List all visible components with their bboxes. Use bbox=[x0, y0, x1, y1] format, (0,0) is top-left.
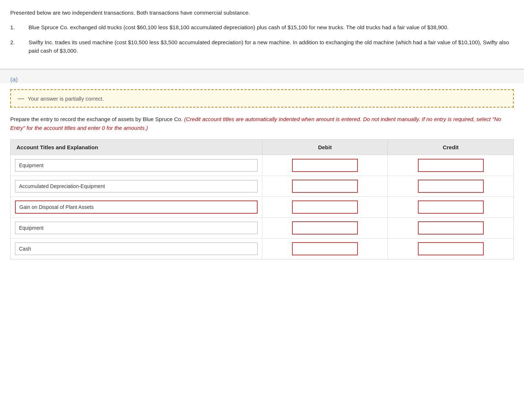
journal-table: Account Titles and Explanation Debit Cre… bbox=[10, 139, 514, 259]
account-input-0[interactable] bbox=[15, 159, 258, 172]
account-cell-1 bbox=[11, 176, 262, 196]
debit-cell-3 bbox=[262, 217, 388, 238]
debit-cell-0 bbox=[262, 155, 388, 176]
account-input-4[interactable] bbox=[15, 243, 258, 255]
header-debit: Debit bbox=[262, 139, 388, 155]
account-cell-2 bbox=[11, 196, 262, 217]
transaction-item-2: 2. Swifty Inc. trades its used machine (… bbox=[10, 38, 514, 55]
partial-correct-text: Your answer is partially correct. bbox=[28, 95, 104, 102]
table-row bbox=[11, 238, 514, 259]
header-account: Account Titles and Explanation bbox=[11, 139, 262, 155]
minus-icon: — bbox=[18, 95, 24, 102]
credit-cell-2 bbox=[388, 196, 514, 217]
debit-input-2[interactable] bbox=[292, 200, 358, 214]
instruction-main: Prepare the entry to record the exchange… bbox=[10, 116, 184, 122]
table-header-row: Account Titles and Explanation Debit Cre… bbox=[11, 139, 514, 155]
header-credit: Credit bbox=[388, 139, 514, 155]
table-row bbox=[11, 176, 514, 196]
table-row bbox=[11, 196, 514, 217]
debit-input-1[interactable] bbox=[292, 180, 358, 193]
transaction-list: 1. Blue Spruce Co. exchanged old trucks … bbox=[10, 23, 514, 55]
credit-cell-1 bbox=[388, 176, 514, 196]
account-input-2[interactable] bbox=[15, 200, 258, 214]
account-input-3[interactable] bbox=[15, 222, 258, 234]
credit-cell-4 bbox=[388, 238, 514, 259]
transaction-number-2: 2. bbox=[10, 38, 29, 55]
credit-input-0[interactable] bbox=[418, 159, 484, 172]
credit-cell-0 bbox=[388, 155, 514, 176]
account-input-1[interactable] bbox=[15, 180, 258, 192]
part-section: (a) bbox=[0, 70, 524, 83]
transaction-text-1: Blue Spruce Co. exchanged old trucks (co… bbox=[29, 23, 514, 31]
debit-cell-4 bbox=[262, 238, 388, 259]
part-label: (a) bbox=[10, 76, 514, 83]
table-row bbox=[11, 217, 514, 238]
table-row bbox=[11, 155, 514, 176]
intro-section: Presented below are two independent tran… bbox=[0, 0, 524, 70]
debit-input-0[interactable] bbox=[292, 159, 358, 172]
debit-cell-2 bbox=[262, 196, 388, 217]
answer-section: — Your answer is partially correct. Prep… bbox=[0, 89, 524, 270]
account-cell-4 bbox=[11, 238, 262, 259]
transaction-text-2: Swifty Inc. trades its used machine (cos… bbox=[29, 38, 514, 55]
partial-correct-box: — Your answer is partially correct. bbox=[10, 89, 514, 108]
instruction-text: Prepare the entry to record the exchange… bbox=[10, 115, 514, 132]
transaction-number-1: 1. bbox=[10, 23, 29, 31]
account-cell-3 bbox=[11, 217, 262, 238]
debit-cell-1 bbox=[262, 176, 388, 196]
credit-cell-3 bbox=[388, 217, 514, 238]
credit-input-3[interactable] bbox=[418, 221, 484, 235]
credit-input-4[interactable] bbox=[418, 242, 484, 255]
debit-input-4[interactable] bbox=[292, 242, 358, 255]
credit-input-1[interactable] bbox=[418, 180, 484, 193]
account-cell-0 bbox=[11, 155, 262, 176]
credit-input-2[interactable] bbox=[418, 200, 484, 214]
intro-text: Presented below are two independent tran… bbox=[10, 9, 514, 17]
debit-input-3[interactable] bbox=[292, 221, 358, 235]
transaction-item-1: 1. Blue Spruce Co. exchanged old trucks … bbox=[10, 23, 514, 31]
